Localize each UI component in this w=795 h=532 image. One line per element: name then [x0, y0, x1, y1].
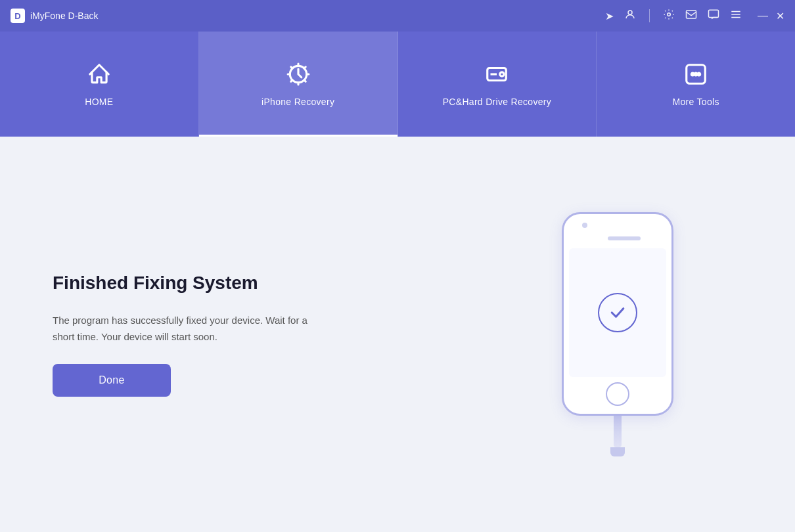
- nav-item-iphone-recovery[interactable]: iPhone Recovery: [199, 32, 398, 137]
- app-logo: D iMyFone D-Back: [11, 9, 98, 23]
- title-bar: D iMyFone D-Back ➤: [0, 0, 795, 32]
- content-left: Finished Fixing System The program has s…: [53, 273, 466, 397]
- svg-rect-2: [687, 11, 696, 18]
- phone-screen: [569, 248, 666, 377]
- close-button[interactable]: ✕: [776, 10, 784, 22]
- phone-camera: [582, 223, 587, 228]
- nav-iphone-recovery-label: iPhone Recovery: [261, 97, 334, 107]
- nav-item-more-tools[interactable]: More Tools: [597, 32, 795, 137]
- phone-home-button: [606, 382, 629, 406]
- phone-speaker: [608, 236, 641, 240]
- svg-point-0: [628, 11, 632, 14]
- mail-icon[interactable]: [685, 9, 697, 23]
- content-right: [493, 212, 742, 456]
- minimize-button[interactable]: —: [758, 10, 768, 22]
- user-icon[interactable]: [624, 9, 636, 23]
- phone-body: [562, 212, 673, 416]
- phone-illustration: [562, 212, 673, 456]
- done-button[interactable]: Done: [53, 364, 171, 397]
- page-title: Finished Fixing System: [53, 273, 466, 294]
- nav-home-label: HOME: [85, 97, 113, 107]
- title-bar-actions: ➤: [605, 9, 784, 23]
- divider: [649, 9, 650, 22]
- menu-icon[interactable]: [730, 9, 742, 23]
- nav-item-home[interactable]: HOME: [0, 32, 199, 137]
- app-name: iMyFone D-Back: [30, 11, 98, 21]
- chat-icon[interactable]: [708, 9, 719, 23]
- nav-more-tools-label: More Tools: [673, 97, 719, 107]
- home-icon: [87, 62, 112, 90]
- svg-point-1: [668, 13, 671, 16]
- content-description: The program has successfully fixed your …: [53, 312, 315, 345]
- main-content: Finished Fixing System The program has s…: [0, 137, 795, 532]
- svg-point-8: [500, 72, 504, 76]
- more-tools-icon: [683, 62, 708, 90]
- nav-pc-hard-drive-label: PC&Hard Drive Recovery: [443, 97, 551, 107]
- window-controls: — ✕: [758, 10, 784, 22]
- iphone-recovery-icon: [286, 62, 311, 90]
- logo-icon: D: [11, 9, 25, 23]
- phone-cable-tip: [610, 447, 625, 456]
- svg-rect-3: [709, 10, 719, 17]
- check-circle: [598, 293, 637, 332]
- phone-cable: [614, 414, 622, 447]
- svg-point-13: [698, 73, 700, 76]
- nav-item-pc-hard-drive[interactable]: PC&Hard Drive Recovery: [398, 32, 597, 137]
- share-icon[interactable]: ➤: [605, 10, 614, 22]
- settings-icon[interactable]: [663, 9, 675, 23]
- pc-hard-drive-icon: [484, 62, 509, 90]
- nav-bar: HOME iPhone Recovery PC&Hard Drive Recov…: [0, 32, 795, 137]
